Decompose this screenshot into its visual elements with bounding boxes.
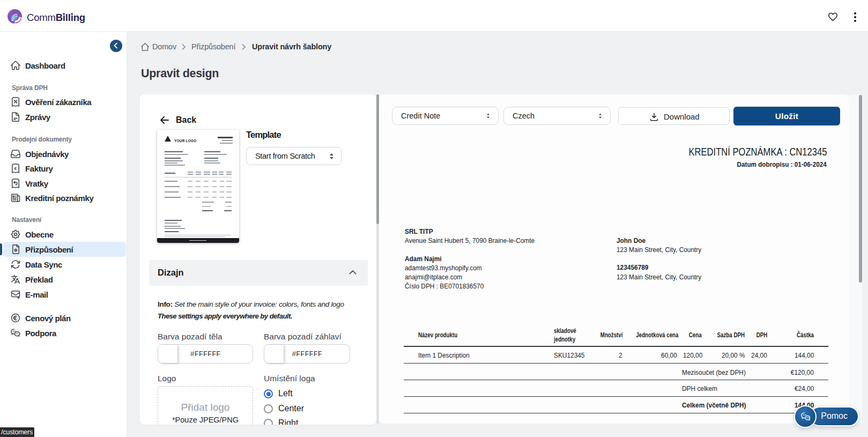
svg-text:€: € — [14, 166, 17, 171]
